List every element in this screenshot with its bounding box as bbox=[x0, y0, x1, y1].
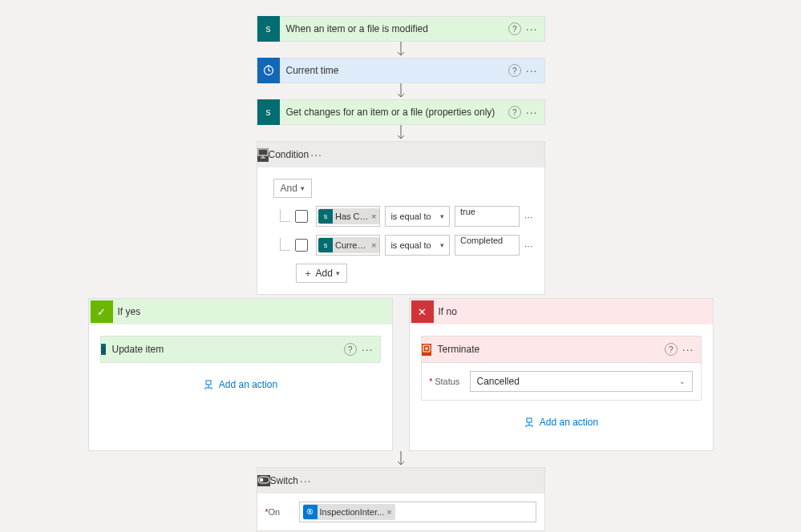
status-value: Cancelled bbox=[477, 376, 520, 387]
menu-icon[interactable]: ··· bbox=[309, 148, 324, 161]
svg-rect-15 bbox=[425, 347, 427, 349]
check-icon: ✓ bbox=[91, 300, 113, 323]
close-icon[interactable]: × bbox=[386, 507, 391, 517]
token-text: InspectionInter... bbox=[320, 507, 385, 517]
no-branch: ✕ If no Terminate ? ··· bbox=[409, 298, 714, 451]
get-changes-title: Get changes for an item or a file (prope… bbox=[280, 107, 508, 118]
menu-icon[interactable]: ··· bbox=[360, 343, 375, 356]
operand-left-input[interactable]: s Has Colu... × bbox=[316, 206, 380, 227]
switch-icon bbox=[257, 475, 270, 486]
close-icon[interactable]: × bbox=[371, 212, 376, 221]
arrow-down-icon bbox=[397, 83, 405, 99]
condition-header[interactable]: Condition ··· bbox=[257, 142, 544, 167]
row-menu-icon[interactable]: ··· bbox=[524, 240, 533, 252]
status-select[interactable]: Cancelled ⌄ bbox=[470, 371, 693, 392]
group-operator-label: And bbox=[281, 183, 297, 194]
group-operator-select[interactable]: And ▾ bbox=[273, 179, 312, 198]
help-icon[interactable]: ? bbox=[508, 64, 521, 77]
row-checkbox[interactable] bbox=[295, 239, 308, 252]
add-action-button[interactable]: Add an action bbox=[421, 417, 702, 428]
plus-icon: ＋ bbox=[303, 267, 313, 280]
dynamic-token[interactable]: s Has Colu... × bbox=[318, 208, 379, 224]
terminate-card[interactable]: Terminate ? ··· bbox=[421, 336, 702, 363]
menu-icon[interactable]: ··· bbox=[524, 64, 540, 77]
switch-title: Switch bbox=[270, 475, 298, 486]
sharepoint-icon: s bbox=[318, 209, 333, 224]
get-changes-card[interactable]: s Get changes for an item or a file (pro… bbox=[257, 99, 545, 125]
close-icon: ✕ bbox=[411, 300, 434, 323]
terminate-title: Terminate bbox=[431, 344, 665, 355]
svg-line-3 bbox=[269, 71, 271, 71]
dynamic-token[interactable]: s Currentl... × bbox=[318, 237, 379, 253]
row-menu-icon[interactable]: ··· bbox=[524, 211, 533, 223]
arrow-down-icon bbox=[397, 451, 405, 467]
svg-rect-16 bbox=[527, 418, 532, 422]
status-field-label: Status bbox=[430, 377, 470, 386]
on-input[interactable]: ⦿ InspectionInter... × bbox=[299, 502, 536, 522]
sharepoint-icon: s bbox=[257, 16, 280, 42]
add-row-button[interactable]: ＋ Add ▾ bbox=[296, 264, 347, 283]
svg-point-23 bbox=[259, 478, 263, 482]
update-item-title: Update item bbox=[106, 344, 344, 355]
variable-icon: ⦿ bbox=[303, 505, 318, 519]
help-icon[interactable]: ? bbox=[344, 343, 357, 356]
no-title: If no bbox=[439, 306, 457, 317]
chevron-down-icon: ▾ bbox=[440, 241, 444, 249]
operator-select[interactable]: is equal to ▾ bbox=[385, 206, 450, 227]
menu-icon[interactable]: ··· bbox=[524, 106, 540, 119]
tree-line bbox=[280, 209, 291, 222]
yes-header: ✓ If yes bbox=[89, 299, 392, 324]
svg-rect-6 bbox=[258, 149, 268, 155]
chevron-down-icon: ▾ bbox=[440, 212, 444, 220]
arrow-down-icon bbox=[397, 125, 405, 141]
terminate-icon bbox=[422, 344, 431, 356]
menu-icon[interactable]: ··· bbox=[524, 22, 540, 35]
condition-row: s Has Colu... × is equal to ▾ true ··· bbox=[269, 206, 533, 227]
chevron-down-icon: ▾ bbox=[301, 184, 305, 192]
trigger-title: When an item or a file is modified bbox=[280, 23, 508, 34]
add-action-button[interactable]: Add an action bbox=[100, 379, 381, 390]
close-icon[interactable]: × bbox=[371, 240, 376, 250]
add-action-label: Add an action bbox=[219, 379, 277, 390]
no-header: ✕ If no bbox=[410, 299, 713, 324]
current-time-card[interactable]: Current time ? ··· bbox=[257, 58, 545, 83]
token-text: Currentl... bbox=[335, 240, 369, 250]
yes-title: If yes bbox=[118, 306, 141, 317]
operator-select[interactable]: is equal to ▾ bbox=[385, 235, 450, 256]
yes-branch: ✓ If yes s Update item ? ··· Add an bbox=[88, 298, 393, 451]
menu-icon[interactable]: ··· bbox=[681, 343, 696, 356]
operand-left-input[interactable]: s Currentl... × bbox=[316, 235, 380, 256]
clock-icon bbox=[257, 58, 280, 83]
value-input[interactable]: true bbox=[455, 206, 520, 227]
token-text: Has Colu... bbox=[335, 212, 369, 221]
switch-header[interactable]: Switch ··· bbox=[257, 468, 544, 494]
chevron-down-icon: ⌄ bbox=[679, 377, 686, 385]
menu-icon[interactable]: ··· bbox=[298, 474, 314, 487]
help-icon[interactable]: ? bbox=[508, 22, 521, 35]
update-item-card[interactable]: s Update item ? ··· bbox=[100, 336, 381, 363]
operator-text: is equal to bbox=[390, 240, 431, 250]
condition-row: s Currentl... × is equal to ▾ Completed … bbox=[269, 235, 533, 256]
value-input[interactable]: Completed bbox=[455, 235, 520, 256]
help-icon[interactable]: ? bbox=[508, 106, 521, 119]
dynamic-token[interactable]: ⦿ InspectionInter... × bbox=[303, 504, 395, 520]
operator-text: is equal to bbox=[390, 212, 431, 221]
condition-branches: ✓ If yes s Update item ? ··· Add an bbox=[14, 298, 787, 451]
trigger-card[interactable]: s When an item or a file is modified ? ·… bbox=[257, 16, 545, 42]
sharepoint-icon: s bbox=[257, 99, 280, 125]
condition-title: Condition bbox=[269, 149, 309, 160]
switch-block: Switch ··· On ⦿ InspectionInter... × bbox=[257, 467, 545, 531]
on-field-label: On bbox=[265, 507, 299, 517]
sharepoint-icon: s bbox=[318, 238, 333, 252]
terminate-body: Status Cancelled ⌄ bbox=[421, 363, 702, 401]
arrow-down-icon bbox=[397, 42, 405, 58]
chevron-down-icon: ▾ bbox=[336, 269, 340, 277]
add-action-label: Add an action bbox=[540, 417, 598, 428]
condition-block: Condition ··· And ▾ s Has Colu... bbox=[257, 141, 545, 295]
help-icon[interactable]: ? bbox=[665, 343, 678, 356]
tree-line bbox=[280, 238, 291, 251]
svg-rect-9 bbox=[206, 381, 211, 385]
condition-icon bbox=[257, 148, 269, 162]
row-checkbox[interactable] bbox=[295, 210, 308, 223]
current-time-title: Current time bbox=[280, 65, 508, 76]
